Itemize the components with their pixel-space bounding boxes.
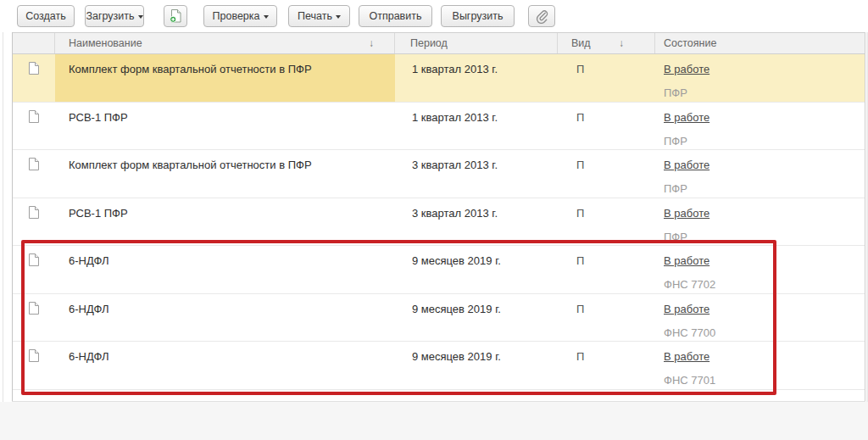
document-icon	[28, 205, 40, 220]
print-button[interactable]: Печать	[288, 5, 350, 27]
load-button-label: Загрузить	[86, 10, 134, 22]
row-kind: П	[558, 246, 655, 293]
row-state-cell: В работе ПФР	[655, 150, 865, 198]
state-authority: ПФР	[664, 231, 865, 243]
row-kind: П	[558, 294, 655, 342]
row-icon-cell	[13, 246, 55, 293]
state-authority: ПФР	[664, 86, 865, 99]
table-row[interactable]: Комплект форм квартальной отчетности в П…	[13, 54, 865, 103]
row-icon-cell	[13, 342, 55, 389]
send-button-label: Отправить	[370, 10, 422, 22]
header-period-label: Период	[410, 37, 448, 49]
header-period[interactable]: Период	[395, 33, 558, 53]
row-kind: П	[558, 54, 655, 102]
add-file-icon	[169, 8, 183, 24]
document-icon	[28, 61, 40, 75]
state-link[interactable]: В работе	[664, 159, 709, 171]
load-button[interactable]: Загрузить	[85, 5, 144, 27]
row-icon-cell	[13, 150, 55, 198]
row-kind: П	[558, 103, 655, 150]
dropdown-arrow-icon	[336, 15, 341, 19]
state-link[interactable]: В работе	[664, 350, 709, 363]
document-icon	[28, 157, 40, 171]
row-icon-cell	[13, 103, 55, 150]
header-icon-column	[13, 33, 55, 53]
sort-descending-icon[interactable]: ↓	[619, 37, 624, 49]
header-state[interactable]: Состояние	[655, 33, 865, 53]
document-icon	[28, 109, 40, 124]
row-kind: П	[558, 198, 655, 246]
print-button-label: Печать	[298, 10, 332, 22]
check-button[interactable]: Проверка	[203, 5, 277, 27]
row-period: 3 квартал 2013 г.	[395, 150, 558, 198]
create-button[interactable]: Создать	[17, 5, 75, 27]
state-link[interactable]: В работе	[664, 303, 709, 315]
dropdown-arrow-icon	[138, 15, 143, 19]
check-button-label: Проверка	[213, 10, 260, 22]
row-name: Комплект форм квартальной отчетности в П…	[55, 54, 395, 102]
add-file-button[interactable]	[164, 5, 187, 27]
header-kind[interactable]: Вид ↓	[558, 33, 655, 53]
row-icon-cell	[13, 198, 55, 246]
send-button[interactable]: Отправить	[359, 5, 432, 27]
row-period: 9 месяцев 2019 г.	[395, 294, 558, 342]
header-name[interactable]: Наименование ↓	[55, 33, 395, 53]
table-row[interactable]: РСВ-1 ПФР 1 квартал 2013 г. П В работе П…	[13, 103, 865, 151]
export-button[interactable]: Выгрузить	[441, 5, 515, 27]
app-window: СоздатьЗагрузить ПроверкаПечатьОтправить…	[0, 0, 868, 440]
row-kind: П	[558, 150, 655, 198]
state-authority: ФНС 7702	[664, 278, 865, 291]
table-body: Комплект форм квартальной отчетности в П…	[13, 54, 865, 390]
create-button-label: Создать	[25, 10, 66, 22]
row-name: 6-НДФЛ	[55, 246, 395, 293]
table-row[interactable]: 6-НДФЛ 9 месяцев 2019 г. П В работе ФНС …	[13, 342, 865, 390]
row-state-cell: В работе ПФР	[655, 198, 865, 246]
state-authority: ПФР	[664, 182, 865, 195]
header-name-label: Наименование	[69, 37, 142, 49]
row-name: РСВ-1 ПФР	[55, 198, 395, 246]
row-state-cell: В работе ФНС 7702	[655, 246, 865, 293]
export-button-label: Выгрузить	[453, 10, 504, 22]
state-link[interactable]: В работе	[664, 111, 709, 124]
row-state-cell: В работе ФНС 7701	[655, 342, 865, 389]
row-period: 3 квартал 2013 г.	[395, 198, 558, 246]
row-kind: П	[558, 342, 655, 389]
row-period: 9 месяцев 2019 г.	[395, 342, 558, 389]
row-period: 1 квартал 2013 г.	[395, 103, 558, 150]
paperclip-icon	[535, 9, 549, 24]
document-icon	[28, 348, 40, 363]
state-authority: ФНС 7701	[664, 374, 865, 387]
reports-table: Наименование ↓ Период Вид ↓ Состояние Ко…	[12, 32, 865, 434]
toolbar: СоздатьЗагрузить ПроверкаПечатьОтправить…	[0, 0, 868, 32]
document-icon	[28, 301, 40, 315]
row-period: 9 месяцев 2019 г.	[395, 246, 558, 293]
header-state-label: Состояние	[664, 37, 716, 49]
row-state-cell: В работе ФНС 7700	[655, 294, 865, 342]
table-row[interactable]: Комплект форм квартальной отчетности в П…	[13, 150, 865, 198]
table-header: Наименование ↓ Период Вид ↓ Состояние	[13, 32, 865, 54]
row-state-cell: В работе ПФР	[655, 54, 865, 102]
state-link[interactable]: В работе	[664, 254, 709, 267]
window-edge-line	[3, 32, 3, 434]
row-name: РСВ-1 ПФР	[55, 103, 395, 150]
row-name: Комплект форм квартальной отчетности в П…	[55, 150, 395, 198]
attach-button[interactable]	[528, 5, 555, 27]
row-icon-cell	[13, 54, 55, 102]
table-row[interactable]: 6-НДФЛ 9 месяцев 2019 г. П В работе ФНС …	[13, 294, 865, 343]
row-name: 6-НДФЛ	[55, 342, 395, 389]
header-kind-label: Вид	[571, 37, 591, 49]
sort-descending-icon[interactable]: ↓	[369, 37, 374, 49]
state-authority: ФНС 7700	[664, 326, 865, 339]
state-link[interactable]: В работе	[664, 207, 709, 220]
row-icon-cell	[13, 294, 55, 342]
row-state-cell: В работе ПФР	[655, 103, 865, 150]
state-authority: ПФР	[664, 135, 865, 148]
table-row[interactable]: 6-НДФЛ 9 месяцев 2019 г. П В работе ФНС …	[13, 246, 865, 294]
row-name: 6-НДФЛ	[55, 294, 395, 342]
row-period: 1 квартал 2013 г.	[395, 54, 558, 102]
state-link[interactable]: В работе	[664, 63, 709, 75]
table-row[interactable]: РСВ-1 ПФР 3 квартал 2013 г. П В работе П…	[13, 198, 865, 247]
document-icon	[28, 253, 40, 267]
window-footer-area	[0, 402, 868, 440]
dropdown-arrow-icon	[264, 15, 269, 19]
